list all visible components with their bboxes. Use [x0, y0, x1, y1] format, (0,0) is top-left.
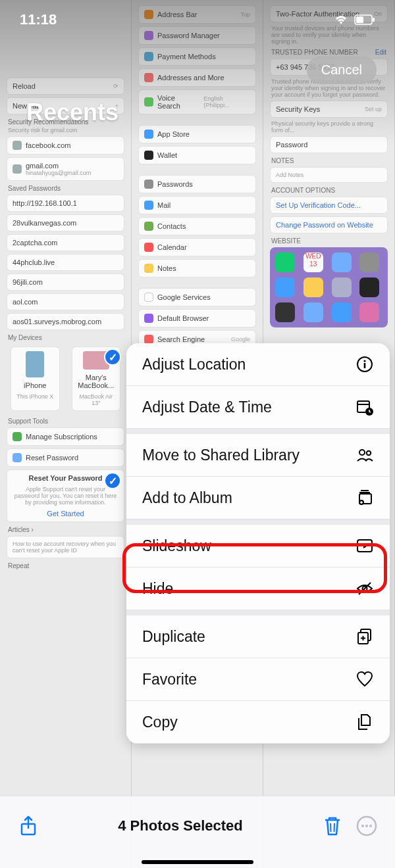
sub: hinatahyuga@gmail.com: [26, 170, 91, 176]
bg-head: Saved Passwords: [8, 185, 123, 192]
bg-row: aol.com: [7, 293, 124, 310]
sheet-item-label: Adjust Date & Time: [142, 398, 272, 416]
calendar-clock-icon: [356, 398, 374, 416]
bg-row: 44phclub.live: [7, 254, 124, 271]
sheet-item-slideshow[interactable]: Slideshow: [126, 519, 390, 567]
homescreen-thumbnail: WED13: [270, 247, 388, 327]
eye-off-icon: [356, 579, 374, 598]
label: Reload: [13, 82, 36, 90]
page-title: Recents: [26, 99, 118, 126]
bg-col-1: Reload⟳ New Tab+ Security Recommendation…: [0, 0, 132, 868]
action-sheet: Adjust Location Adjust Date & Time Move …: [126, 343, 390, 744]
sheet-item-label: Add to Album: [142, 489, 232, 507]
label: facebook.com: [26, 141, 70, 149]
svg-line-20: [334, 823, 334, 832]
sheet-item-label: Copy: [142, 713, 178, 731]
svg-line-19: [330, 823, 331, 832]
sheet-item-hide[interactable]: Hide: [126, 567, 390, 610]
status-bar: 11:18: [0, 0, 395, 39]
battery-icon: [354, 14, 375, 25]
bg-row: How to use account recovery when you can…: [7, 536, 124, 558]
svg-point-24: [369, 825, 372, 827]
svg-point-10: [367, 451, 371, 455]
svg-point-23: [365, 825, 368, 827]
svg-point-4: [363, 360, 365, 362]
svg-line-15: [359, 583, 371, 594]
home-indicator: [142, 860, 253, 864]
sheet-item-move-shared-library[interactable]: Move to Shared Library: [126, 429, 390, 477]
svg-rect-5: [364, 363, 366, 368]
svg-point-22: [361, 825, 364, 827]
sheet-item-label: Hide: [142, 580, 173, 598]
bg-row: 2captcha.com: [7, 234, 124, 251]
sheet-item-favorite[interactable]: Favorite: [126, 658, 390, 701]
sheet-item-adjust-date-time[interactable]: Adjust Date & Time: [126, 386, 390, 429]
bg-row: Reload⟳: [7, 78, 124, 95]
bg-row: http://192.168.100.1: [7, 195, 124, 212]
selection-check-icon: ✓: [104, 349, 121, 366]
info-icon: [356, 355, 374, 374]
bg-head: Repeat: [8, 562, 123, 569]
copy-docs-icon: [356, 713, 374, 731]
album-add-icon: [356, 489, 374, 507]
sheet-item-label: Adjust Location: [142, 356, 246, 374]
bg-row: facebook.com: [7, 136, 124, 155]
sheet-item-duplicate[interactable]: Duplicate: [126, 610, 390, 658]
bottom-toolbar: 4 Photos Selected: [0, 796, 395, 868]
bg-head: Articles ›: [8, 526, 123, 533]
sheet-item-copy[interactable]: Copy: [126, 701, 390, 744]
play-rect-icon: [356, 537, 374, 555]
bg-head: Support Tools: [8, 418, 123, 425]
svg-point-9: [359, 450, 365, 455]
svg-rect-2: [373, 18, 375, 22]
status-time: 11:18: [20, 11, 57, 28]
sheet-item-adjust-location[interactable]: Adjust Location: [126, 343, 390, 386]
duplicate-icon: [356, 627, 374, 646]
people-icon: [356, 446, 374, 464]
bg-row: aos01.surveys.mobrog.com: [7, 313, 124, 330]
bg-row: 96jili.com: [7, 274, 124, 291]
bg-sub: Security risk for gmail.com: [8, 127, 123, 133]
selection-count-label: 4 Photos Selected: [118, 817, 243, 834]
share-button[interactable]: [17, 815, 40, 837]
bg-head: My Devices: [8, 334, 123, 341]
more-button[interactable]: [356, 815, 378, 837]
wifi-icon: [333, 14, 349, 26]
selection-check-icon: ✓: [104, 472, 121, 489]
bg-row: 28vulkanvegas.com: [7, 214, 124, 231]
sheet-item-label: Slideshow: [142, 537, 211, 555]
bg-row: Reset Password: [7, 448, 124, 467]
label: gmail.com: [26, 162, 59, 170]
bg-row: gmail.comhinatahyuga@gmail.com: [7, 157, 124, 181]
sheet-item-label: Duplicate: [142, 628, 205, 646]
cancel-button[interactable]: Cancel: [307, 56, 377, 84]
trash-button[interactable]: [321, 815, 344, 837]
bg-row: Manage Subscriptions: [7, 427, 124, 446]
sheet-item-label: Favorite: [142, 671, 197, 688]
sheet-item-add-to-album[interactable]: Add to Album: [126, 477, 390, 519]
svg-rect-1: [356, 16, 363, 23]
heart-icon: [356, 670, 374, 688]
sheet-item-label: Move to Shared Library: [142, 446, 300, 464]
